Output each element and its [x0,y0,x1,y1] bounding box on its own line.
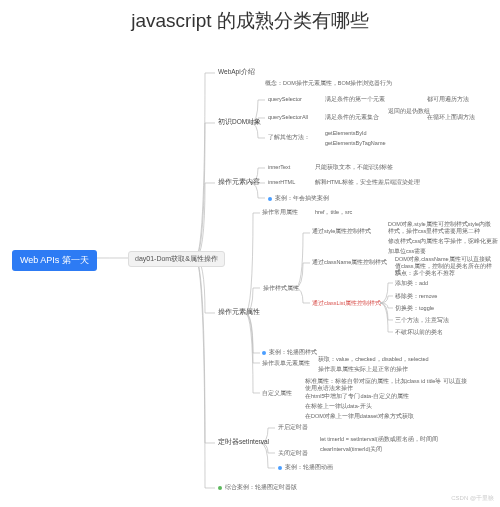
sec4-b3-d: 三个方法，注意写法 [395,317,449,324]
sec2-sub1: querySelector [268,96,302,103]
sec4-d-n1: 标准属性：标签自带对应的属性，比如class id title等 可以直接使用点… [305,378,470,391]
sec2-sub2-note: 满足条件的元素集合 [325,114,379,121]
sec4-b-title: 操作样式属性 [263,285,299,292]
sec4-b3-b: 移除类：remove [395,293,437,300]
sec5-label[interactable]: 定时器setInterval [218,438,269,446]
sec4-c-n1: 获取：value，checked，disabled，selected [318,356,429,363]
sec4-c: 操作表单元素属性 [262,360,310,367]
sec3-b-note: 解释HTML标签，安全性差后端渲染处理 [315,179,420,186]
sec2-sub2-r2: 都可用遍历方法 [427,96,469,103]
sec4-b1-n2: 修改样式css内属性名字操作，驼峰化更新 [388,238,498,245]
sec3-label[interactable]: 操作元素内容 [218,178,260,186]
sec4-case: 案例：轮播图样式 [262,349,317,356]
sec4-c-n2: 操作表单属性实际上是正常的操作 [318,366,408,373]
sec2-label[interactable]: 初识DOM对象 [218,118,261,126]
sec4-d-n2: 在html5中增加了专门data-自定义的属性 [305,393,409,400]
sec5-a-n1: let timerId = setInterval(函数或匿名函，时间间 [320,436,438,443]
mindmap-canvas: Web APIs 第一天 day01-Dom获取&属性操作 WebApi介绍 概… [0,38,500,507]
sec4-b1: 通过style属性控制样式 [312,228,371,235]
sec3-case: 案例：年会抽奖案例 [268,195,329,202]
sec4-label[interactable]: 操作元素属性 [218,308,260,316]
sec4-b3: 通过classList属性控制样式 [312,300,381,307]
sec4-d-n4: 在DOM对象上一律用dataset对象方式获取 [305,413,414,420]
sec4-a-note: href，title，src [315,209,352,216]
sec3-b: innerHTML [268,179,295,186]
sec2-sub3: 了解其他方法： [268,134,310,141]
watermark: CSDN @千里狼 [451,494,494,503]
sec4-b3-e: 不破坏以前的类名 [395,329,443,336]
sec2-sub1-note: 满足条件的第一个元素 [325,96,385,103]
sec4-a: 操作常用属性 [262,209,298,216]
sec4-b1-n1: DOM对象.style属性可控制样式style内嵌样式，操作css里样式需要用第… [388,221,493,234]
sec2-sub2: querySelectorAll [268,114,308,121]
sec4-b1-n3: 加单位css需要 [388,248,426,255]
sec2-sub3-note2: getElementsByTagName [325,140,386,147]
sec5-a: 开启定时器 [278,424,308,431]
sec3-a: innerText [268,164,290,171]
sec4-d: 自定义属性 [262,390,292,397]
sec4-b3-a: 添加类：add [395,280,428,287]
sec4-b2-n2: 缺点：多个类名不推荐 [395,270,455,277]
sec2-sub2-r3: 在循环上面调方法 [427,114,475,121]
sec5-case: 案例：轮播图动画 [278,464,333,471]
sec4-b2: 通过className属性控制样式 [312,259,387,266]
sec2-sub3-note: getElementsById [325,130,367,137]
lvl1-node[interactable]: day01-Dom获取&属性操作 [128,251,225,267]
sec6-label[interactable]: 综合案例：轮播图定时器版 [218,484,297,491]
sec5-b: 关闭定时器 [278,450,308,457]
sec4-d-n3: 在标签上一律以data-开头 [305,403,372,410]
root-node[interactable]: Web APIs 第一天 [12,250,97,271]
sec1-label[interactable]: WebApi介绍 [218,68,255,76]
sec3-a-note: 只能获取文本，不能识别标签 [315,164,393,171]
sec2-sub2-r1: 返回的是伪数组 [388,108,430,115]
page-title: javascript 的成熟分类有哪些 [0,0,500,38]
sec1-item: 概念：DOM操作元素属性，BOM操作浏览器行为 [265,80,392,87]
sec4-b3-c: 切换类：toggle [395,305,434,312]
sec5-a-n2: clearInterval(timerId)关闭 [320,446,382,453]
